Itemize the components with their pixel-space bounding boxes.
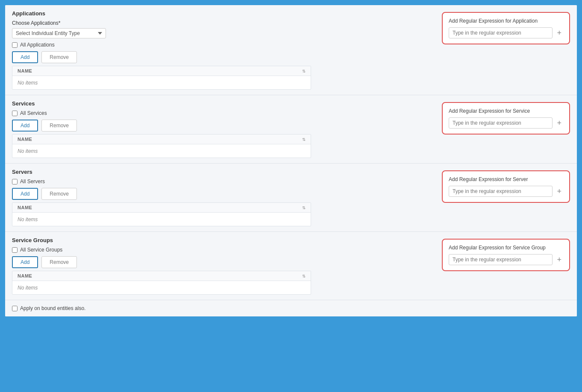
regex-box-applications: Add Regular Expression for Application + xyxy=(442,12,570,44)
add-button-servers[interactable]: Add xyxy=(12,188,38,200)
add-button-service-groups[interactable]: Add xyxy=(12,256,38,268)
section-right-applications: Add Regular Expression for Application + xyxy=(442,10,570,44)
table-body-applications: No items xyxy=(12,76,311,89)
column-name-servers: NAME xyxy=(18,205,302,210)
remove-button-service-groups[interactable]: Remove xyxy=(41,256,77,268)
remove-button-services[interactable]: Remove xyxy=(41,120,77,132)
no-items-servers: No items xyxy=(18,216,38,222)
sort-icon-applications: ⇅ xyxy=(302,69,306,73)
section-left-applications: Applications Choose Applications* Select… xyxy=(12,10,433,90)
entity-type-dropdown[interactable]: Select Individual Entity Type xyxy=(12,28,106,38)
section-servers: Servers All Servers Add Remove NAME ⇅ No… xyxy=(5,164,577,232)
section-applications: Applications Choose Applications* Select… xyxy=(5,5,577,95)
regex-add-btn-applications[interactable]: + xyxy=(555,29,563,37)
sort-icon-services: ⇅ xyxy=(302,137,306,142)
btn-row-services: Add Remove xyxy=(12,120,433,132)
regex-box-servers: Add Regular Expression for Server + xyxy=(442,170,570,203)
regex-add-btn-services[interactable]: + xyxy=(555,119,563,127)
regex-input-service-groups[interactable] xyxy=(449,254,553,265)
section-right-servers: Add Regular Expression for Server + xyxy=(442,169,570,203)
regex-input-row-servers: + xyxy=(449,186,563,197)
table-header-applications: NAME ⇅ xyxy=(12,66,311,76)
apply-bound-label: Apply on bound entities also. xyxy=(20,305,85,311)
remove-button-servers[interactable]: Remove xyxy=(41,188,77,200)
regex-input-row-applications: + xyxy=(449,27,563,38)
all-checkbox-row: All Service Groups xyxy=(12,247,433,253)
regex-title-applications: Add Regular Expression for Application xyxy=(449,18,563,24)
all-service-groups-label: All Service Groups xyxy=(20,247,62,253)
all-services-label: All Services xyxy=(20,110,47,116)
section-left-servers: Servers All Servers Add Remove NAME ⇅ No… xyxy=(12,169,433,226)
all-checkbox-row: All Servers xyxy=(12,178,433,184)
main-container: Applications Choose Applications* Select… xyxy=(4,4,578,317)
column-name-service-groups: NAME xyxy=(18,273,302,278)
table-header-services: NAME ⇅ xyxy=(12,135,311,144)
table-body-services: No items xyxy=(12,144,311,158)
regex-add-btn-servers[interactable]: + xyxy=(555,187,563,195)
regex-input-servers[interactable] xyxy=(449,186,553,197)
section-right-services: Add Regular Expression for Service + xyxy=(442,100,570,135)
table-body-servers: No items xyxy=(12,213,311,226)
remove-button-applications[interactable]: Remove xyxy=(41,51,77,63)
regex-title-services: Add Regular Expression for Service xyxy=(449,108,563,114)
column-name-services: NAME xyxy=(18,137,302,142)
section-title-servers: Servers xyxy=(12,169,433,175)
table-servers: NAME ⇅ No items xyxy=(12,202,311,226)
all-services-checkbox[interactable] xyxy=(12,111,18,116)
no-items-services: No items xyxy=(18,148,38,154)
column-name-applications: NAME xyxy=(18,68,302,73)
section-left-service-groups: Service Groups All Service Groups Add Re… xyxy=(12,237,433,295)
all-service-groups-checkbox[interactable] xyxy=(12,247,18,253)
regex-box-services: Add Regular Expression for Service + xyxy=(442,102,570,135)
apply-bound-row: Apply on bound entities also. xyxy=(12,305,570,311)
section-title-service-groups: Service Groups xyxy=(12,237,433,243)
table-header-servers: NAME ⇅ xyxy=(12,203,311,213)
sort-icon-servers: ⇅ xyxy=(302,205,306,210)
regex-add-btn-service-groups[interactable]: + xyxy=(555,256,563,263)
all-servers-label: All Servers xyxy=(20,178,45,184)
table-body-service-groups: No items xyxy=(12,281,311,294)
choose-label: Choose Applications* xyxy=(12,20,433,26)
btn-row-applications: Add Remove xyxy=(12,51,433,63)
dropdown-row: Select Individual Entity Type xyxy=(12,28,433,38)
regex-title-servers: Add Regular Expression for Server xyxy=(449,176,563,182)
section-service-groups: Service Groups All Service Groups Add Re… xyxy=(5,232,577,300)
section-title-services: Services xyxy=(12,100,433,107)
all-applications-checkbox[interactable] xyxy=(12,42,18,48)
all-servers-checkbox[interactable] xyxy=(12,179,18,184)
regex-box-service-groups: Add Regular Expression for Service Group… xyxy=(442,239,570,271)
table-applications: NAME ⇅ No items xyxy=(12,66,311,90)
regex-input-services[interactable] xyxy=(449,117,553,129)
section-left-services: Services All Services Add Remove NAME ⇅ … xyxy=(12,100,433,158)
btn-row-servers: Add Remove xyxy=(12,188,433,200)
table-service-groups: NAME ⇅ No items xyxy=(12,271,311,295)
table-services: NAME ⇅ No items xyxy=(12,134,311,158)
table-header-service-groups: NAME ⇅ xyxy=(12,271,311,281)
section-title-applications: Applications xyxy=(12,10,433,17)
add-button-applications[interactable]: Add xyxy=(12,51,38,63)
apply-bound-checkbox[interactable] xyxy=(12,306,18,311)
all-applications-label: All Applications xyxy=(20,42,55,48)
btn-row-service-groups: Add Remove xyxy=(12,256,433,268)
no-items-service-groups: No items xyxy=(18,285,38,291)
section-services: Services All Services Add Remove NAME ⇅ … xyxy=(5,95,577,164)
add-button-services[interactable]: Add xyxy=(12,120,38,132)
all-checkbox-row: All Applications xyxy=(12,42,433,48)
regex-input-row-service-groups: + xyxy=(449,254,563,265)
sort-icon-service-groups: ⇅ xyxy=(302,274,306,278)
all-checkbox-row: All Services xyxy=(12,110,433,116)
section-right-service-groups: Add Regular Expression for Service Group… xyxy=(442,237,570,271)
regex-input-applications[interactable] xyxy=(449,27,553,38)
bottom-section: Apply on bound entities also. xyxy=(5,300,577,316)
no-items-applications: No items xyxy=(18,80,38,86)
regex-input-row-services: + xyxy=(449,117,563,129)
regex-title-service-groups: Add Regular Expression for Service Group xyxy=(449,245,563,251)
